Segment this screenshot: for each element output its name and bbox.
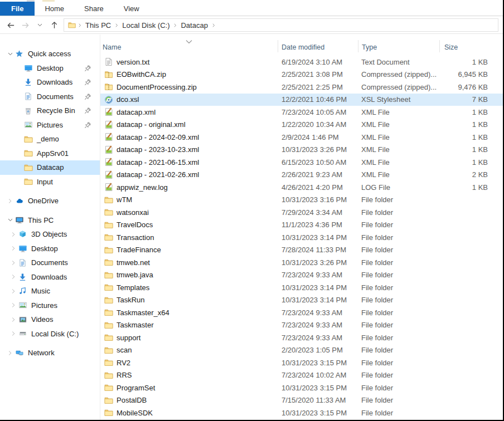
chevron-right-icon[interactable] — [9, 301, 18, 310]
file-name-cell: datacap - 2021-06-15.xml — [100, 158, 278, 167]
chevron-right-icon[interactable] — [9, 244, 18, 253]
chevron-right-icon[interactable] — [9, 258, 18, 267]
column-divider[interactable] — [278, 40, 278, 52]
file-row-traveldocs[interactable]: TravelDocs11/1/2023 4:36 PMFile folder — [100, 219, 503, 232]
file-row-rv2[interactable]: RV210/31/2023 3:15 PMFile folder — [100, 356, 503, 369]
sidebar-item-network[interactable]: Network — [0, 346, 100, 360]
chevron-right-icon[interactable] — [6, 349, 14, 358]
file-row-tmweb-java[interactable]: tmweb.java7/23/2024 9:33 AMFile folder — [100, 269, 503, 282]
back-button[interactable] — [3, 18, 18, 32]
forward-button[interactable] — [18, 18, 32, 32]
address-bar[interactable]: This PCLocal Disk (C:)Datacap — [64, 18, 498, 32]
recent-locations-button[interactable] — [32, 18, 47, 32]
ribbon-tab-home[interactable]: Home — [35, 2, 74, 16]
file-row-taskmaster-x64[interactable]: Taskmaster_x647/23/2024 9:33 AMFile fold… — [100, 306, 503, 319]
ribbon-tab-file[interactable]: File — [0, 2, 35, 16]
file-row-mobilesdk[interactable]: MobileSDK10/31/2023 3:15 PMFile folder — [100, 407, 503, 419]
xml-file-icon — [104, 145, 113, 154]
file-name: EOBwithCA.zip — [117, 70, 166, 79]
folder-icon — [104, 258, 113, 267]
file-row-tmweb-net[interactable]: tmweb.net10/31/2023 3:26 PMFile folder — [100, 256, 503, 269]
breadcrumb-chevron-icon — [77, 23, 82, 28]
chevron-down-icon[interactable] — [6, 216, 14, 224]
ribbon-tab-view[interactable]: View — [114, 2, 149, 16]
file-row-taskrun[interactable]: TaskRun10/31/2023 3:14 PMFile folder — [100, 294, 503, 307]
sidebar-item-input[interactable]: Input — [0, 175, 100, 189]
file-row-version-txt[interactable]: version.txt6/19/2024 3:10 AMText Documen… — [100, 56, 503, 68]
folder-icon — [104, 346, 113, 355]
file-row-scan[interactable]: scan2/20/2023 1:05 PMFile folder — [100, 344, 503, 357]
file-row-support[interactable]: support7/23/2024 9:33 AMFile folder — [100, 331, 503, 344]
up-button[interactable] — [47, 18, 61, 32]
sidebar-item-label: Music — [31, 287, 50, 295]
breadcrumb-item-local-disk-c[interactable]: Local Disk (C:) — [119, 21, 173, 30]
sidebar-item-this-pc[interactable]: This PC — [0, 213, 100, 228]
file-row-eobwithca-zip[interactable]: EOBwithCA.zip2/25/2021 3:08 PMCompressed… — [100, 68, 503, 81]
sidebar-item-local-disk-c[interactable]: Local Disk (C:) — [0, 327, 100, 341]
sidebar-item-datacap[interactable]: Datacap — [0, 160, 100, 175]
pin-icon — [84, 64, 92, 72]
file-row-programset[interactable]: ProgramSet10/31/2023 3:15 PMFile folder — [100, 381, 503, 394]
file-row-rrs[interactable]: RRS7/23/2024 10:02 AMFile folder — [100, 369, 503, 382]
file-row-tradefinance[interactable]: TradeFinance7/28/2024 11:33 PMFile folde… — [100, 244, 503, 257]
chevron-right-icon[interactable] — [9, 287, 18, 296]
sidebar-item-label: Videos — [31, 315, 54, 324]
sidebar-item-music[interactable]: Music — [0, 284, 100, 298]
file-row-appwiz-new-log[interactable]: appwiz_new.log4/26/2021 4:20 PMLOG File1… — [100, 181, 503, 194]
column-header-date-modified[interactable]: Date modified — [278, 43, 358, 51]
column-header-name[interactable]: Name — [100, 43, 278, 51]
sidebar-item-desktop[interactable]: Desktop — [0, 61, 100, 76]
sidebar-item-pictures[interactable]: Pictures — [0, 118, 100, 133]
file-date-cell: 10/31/2023 3:26 PM — [278, 258, 358, 267]
xml-file-icon — [104, 158, 113, 167]
file-row-dco-xsl[interactable]: dco.xsl12/2/2021 10:46 PMXSL Stylesheet7… — [100, 94, 503, 106]
sidebar-item-quick-access[interactable]: Quick access — [0, 47, 100, 61]
sidebar-item-videos[interactable]: Videos — [0, 312, 100, 327]
ribbon-tab-share[interactable]: Share — [74, 2, 114, 16]
file-row-datacap-2021-06-15-xml[interactable]: datacap - 2021-06-15.xml6/15/2023 10:50 … — [100, 156, 503, 169]
column-divider[interactable] — [358, 40, 358, 52]
sidebar-item-documents[interactable]: Documents — [0, 256, 100, 270]
breadcrumb-item-datacap[interactable]: Datacap — [177, 21, 211, 30]
file-name-cell: dco.xsl — [100, 95, 278, 104]
file-row-taskmaster[interactable]: Taskmaster7/23/2024 9:33 AMFile folder — [100, 319, 503, 332]
sidebar-item-documents[interactable]: Documents — [0, 90, 100, 104]
sidebar-item-3d-objects[interactable]: 3D Objects — [0, 227, 100, 242]
file-row-wtm[interactable]: wTM10/31/2023 3:16 PMFile folder — [100, 194, 503, 207]
chevron-down-icon[interactable] — [6, 50, 14, 58]
chevron-right-icon[interactable] — [9, 315, 18, 324]
file-row-datacap-2023-10-23-xml[interactable]: datacap - 2023-10-23.xml10/31/2023 3:26 … — [100, 144, 503, 156]
column-header-size[interactable]: Size — [439, 43, 493, 51]
file-row-postaldb[interactable]: PostalDB7/15/2020 11:33 AMFile folder — [100, 394, 503, 407]
chevron-right-icon[interactable] — [9, 329, 18, 338]
sidebar-item-onedrive[interactable]: OneDrive — [0, 194, 100, 208]
sidebar-item-label: Documents — [31, 258, 68, 267]
sidebar-item-demo[interactable]: _demo — [0, 132, 100, 146]
file-size-cell: 1 KB — [439, 108, 493, 116]
file-row-watsonxai[interactable]: watsonxai7/29/2024 3:34 AMFile folder — [100, 206, 503, 219]
file-row-transaction[interactable]: Transaction10/31/2023 3:14 PMFile folder — [100, 231, 503, 244]
chevron-right-icon[interactable] — [9, 230, 18, 239]
breadcrumb-item-this-pc[interactable]: This PC — [82, 21, 114, 30]
column-header-type[interactable]: Type — [358, 43, 439, 51]
chevron-right-icon[interactable] — [9, 272, 18, 281]
sidebar-item-appsrv01[interactable]: AppSrv01 — [0, 146, 100, 161]
file-row-datacap-2024-02-09-xml[interactable]: datacap - 2024-02-09.xml2/9/2024 1:46 PM… — [100, 131, 503, 144]
sidebar-item-downloads[interactable]: Downloads — [0, 75, 100, 90]
file-size-cell: 1 KB — [439, 58, 493, 66]
column-divider[interactable] — [439, 40, 440, 52]
file-row-datacap-original-xml[interactable]: datacap - original.xml1/22/2020 10:34 AM… — [100, 119, 503, 131]
sidebar-item-desktop[interactable]: Desktop — [0, 242, 100, 256]
file-row-templates[interactable]: Templates10/31/2023 3:14 PMFile folder — [100, 281, 503, 294]
file-date-cell: 1/22/2020 10:34 AM — [278, 120, 358, 129]
folder-icon — [104, 221, 113, 229]
file-row-datacap-xml[interactable]: datacap.xml7/23/2024 10:05 AMXML File1 K… — [100, 106, 503, 119]
sidebar-item-recycle-bin[interactable]: Recycle Bin — [0, 104, 100, 118]
file-row-documentprocessing-zip[interactable]: DocumentProcessing.zip2/25/2021 2:25 PMC… — [100, 81, 503, 94]
sidebar-item-pictures[interactable]: Pictures — [0, 298, 100, 313]
file-row-datacap-2021-02-26-xml[interactable]: datacap - 2021-02-26.xml2/26/2021 9:23 A… — [100, 169, 503, 182]
sidebar-item-downloads[interactable]: Downloads — [0, 270, 100, 285]
breadcrumb-chevron-icon[interactable] — [211, 23, 216, 28]
file-type-cell: File folder — [358, 396, 439, 404]
chevron-right-icon[interactable] — [6, 197, 14, 205]
